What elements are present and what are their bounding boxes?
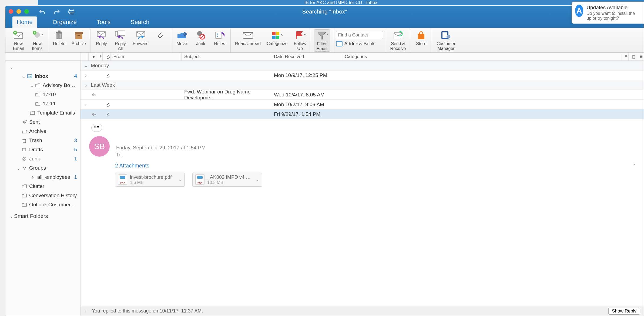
address-book-button[interactable]: Address Book xyxy=(336,41,383,47)
sidebar-template-emails[interactable]: Template Emails xyxy=(5,108,80,117)
store-button[interactable]: Store xyxy=(413,29,429,46)
account-row[interactable]: ⌄Account xyxy=(5,62,80,72)
tab-organize[interactable]: Organize xyxy=(48,16,81,28)
sent-icon xyxy=(21,120,28,124)
update-notification[interactable]: A Updates Available Do you want to insta… xyxy=(572,2,644,24)
sent-timestamp: Friday, September 29, 2017 at 1:54 PM xyxy=(116,145,206,151)
forward-button[interactable]: Forward xyxy=(131,29,150,46)
tab-search[interactable]: Search xyxy=(126,16,154,28)
col-settings[interactable]: ≡ xyxy=(636,53,644,60)
folder-icon xyxy=(35,83,41,88)
svg-point-53 xyxy=(32,176,33,177)
junk-button[interactable]: Junk xyxy=(193,29,209,46)
attachments-toggle[interactable]: 2 Attachments xyxy=(115,163,149,169)
paperclip-icon xyxy=(155,29,166,41)
find-contact-input[interactable] xyxy=(336,31,383,39)
mail-row[interactable]: › Mon 10/9/17, 12:25 PM xyxy=(81,70,644,80)
undo-icon[interactable] xyxy=(39,8,46,15)
sidebar-advisory-boards[interactable]: ⌄Advisory Boards xyxy=(5,81,80,90)
group-last-week[interactable]: ⌄Last Week xyxy=(81,80,644,90)
redo-icon[interactable] xyxy=(53,8,60,15)
junk-icon xyxy=(195,29,207,41)
junk-label: Junk xyxy=(196,41,205,46)
reply-all-button[interactable]: Reply All xyxy=(112,29,128,51)
ribbon-tabs: Home Organize Tools Search xyxy=(5,17,644,28)
sidebar-groups[interactable]: ⌄Groups xyxy=(5,163,80,173)
col-subject[interactable]: Subject xyxy=(182,53,271,60)
archive-button[interactable]: Archive xyxy=(70,29,88,46)
replied-icon xyxy=(89,90,96,99)
attachment-item[interactable]: PDF invest-brochure.pdf1.6 MB ⌄ xyxy=(115,173,185,187)
reply-all-icon xyxy=(114,29,126,41)
sidebar-17-11[interactable]: 17-11 xyxy=(5,99,80,108)
col-date[interactable]: Date Received xyxy=(271,53,342,60)
sidebar-outlook-customer-manager[interactable]: Outlook Customer Ma... xyxy=(5,200,80,209)
mail-row[interactable]: Fwd: Webinar on Drug Name Developme... W… xyxy=(81,90,644,100)
chevron-down-icon[interactable]: ⌄ xyxy=(256,177,259,182)
sidebar-junk[interactable]: Junk1 xyxy=(5,154,80,163)
show-reply-button[interactable]: Show Reply xyxy=(608,308,640,315)
col-thread[interactable] xyxy=(81,53,89,60)
sidebar-smart-folders[interactable]: ⌄Smart Folders xyxy=(5,211,80,221)
zoom-window-button[interactable] xyxy=(24,9,29,14)
close-window-button[interactable] xyxy=(9,9,13,14)
send-receive-label: Send & Receive xyxy=(390,41,406,51)
forward-label: Forward xyxy=(133,41,149,46)
trash-folder-icon xyxy=(21,138,28,143)
notif-body: Do you want to install the up or try ton… xyxy=(586,11,640,21)
replied-icon xyxy=(89,109,96,119)
folder-sidebar: ⌄Account ⌄Inbox4 ⌄Advisory Boards 17-10 … xyxy=(5,61,81,316)
delete-button[interactable]: Delete xyxy=(51,29,67,46)
send-receive-button[interactable]: Send & Receive xyxy=(389,29,408,51)
col-delete[interactable] xyxy=(629,53,636,60)
move-button[interactable]: Move xyxy=(174,29,190,46)
svg-rect-35 xyxy=(336,41,342,46)
rules-button[interactable]: Rules xyxy=(212,29,228,46)
new-items-button[interactable]: + New Items xyxy=(29,29,45,51)
archive-label: Archive xyxy=(72,41,86,46)
filter-email-button[interactable]: Filter Email xyxy=(314,29,330,52)
attachment-dropdown[interactable] xyxy=(153,29,168,41)
sidebar-archive[interactable]: Archive xyxy=(5,127,80,136)
tab-tools[interactable]: Tools xyxy=(92,16,115,28)
new-email-icon: + xyxy=(12,29,24,41)
col-from[interactable]: From xyxy=(111,53,182,60)
customer-manager-button[interactable]: Customer Manager xyxy=(435,29,457,51)
forward-icon xyxy=(135,29,147,41)
back-arrow-icon[interactable]: ← xyxy=(84,308,89,314)
mail-row-selected[interactable]: Fri 9/29/17, 1:54 PM xyxy=(81,109,644,119)
follow-up-label: Follow Up xyxy=(294,41,306,51)
drafts-icon xyxy=(21,147,28,152)
sidebar-sent[interactable]: Sent xyxy=(5,117,80,127)
read-unread-button[interactable]: Read/Unread xyxy=(233,29,262,46)
conversation-icon[interactable]: ❝❞ xyxy=(91,124,102,132)
folder-icon xyxy=(35,92,41,97)
sidebar-17-10[interactable]: 17-10 xyxy=(5,90,80,99)
svg-point-29 xyxy=(217,36,218,37)
sidebar-conversation-history[interactable]: Conversation History xyxy=(5,191,80,200)
sidebar-trash[interactable]: Trash3 xyxy=(5,136,80,145)
chevron-down-icon[interactable]: ⌄ xyxy=(179,177,182,182)
group-monday[interactable]: ⌄Monday xyxy=(81,61,644,70)
tab-home[interactable]: Home xyxy=(12,16,37,28)
mail-row[interactable]: › Mon 10/2/17, 9:06 AM xyxy=(81,100,644,109)
chevron-up-icon[interactable]: ⌃ xyxy=(633,163,636,168)
sidebar-all-employees[interactable]: all_employees1 xyxy=(5,173,80,182)
col-flag[interactable] xyxy=(621,53,629,60)
svg-rect-34 xyxy=(276,36,279,39)
print-icon[interactable] xyxy=(68,8,75,15)
sidebar-clutter[interactable]: Clutter xyxy=(5,182,80,191)
sidebar-drafts[interactable]: Drafts5 xyxy=(5,145,80,154)
categorize-button[interactable]: Categorize xyxy=(265,29,289,46)
col-attachment[interactable] xyxy=(103,53,111,60)
col-status[interactable]: ● xyxy=(89,53,96,60)
appstore-icon: A xyxy=(575,5,583,17)
follow-up-button[interactable]: Follow Up xyxy=(292,29,308,51)
sidebar-inbox[interactable]: ⌄Inbox4 xyxy=(5,72,80,81)
col-categories[interactable]: Categories xyxy=(342,53,621,60)
reply-button[interactable]: Reply xyxy=(93,29,109,46)
minimize-window-button[interactable] xyxy=(16,9,21,14)
attachment-item[interactable]: PDF _AK002 IMPD v4 Fin...10.3 MB ⌄ xyxy=(192,173,262,187)
col-importance[interactable]: ! xyxy=(96,53,103,60)
new-email-button[interactable]: + New Email xyxy=(10,29,26,51)
